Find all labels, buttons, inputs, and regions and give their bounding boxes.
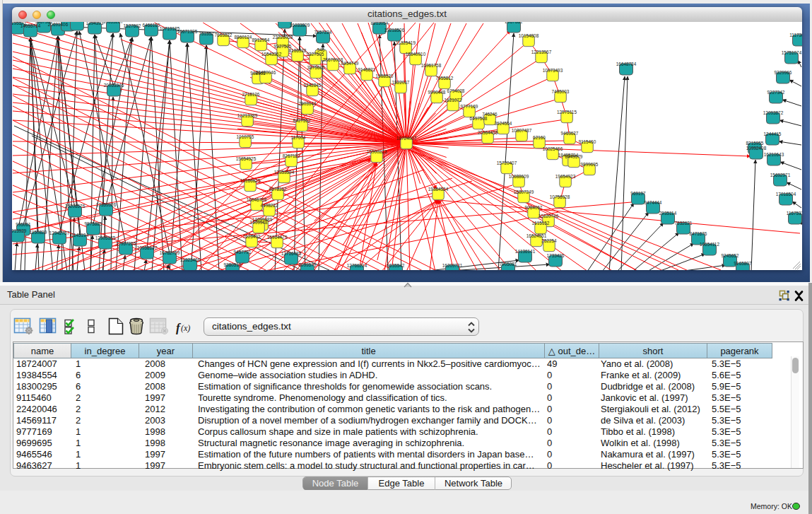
svg-text:1621072: 1621072 bbox=[445, 98, 462, 103]
svg-text:9777169: 9777169 bbox=[461, 104, 478, 109]
svg-text:11325419: 11325419 bbox=[396, 40, 416, 45]
svg-text:8449579: 8449579 bbox=[565, 154, 583, 159]
svg-text:9245652: 9245652 bbox=[722, 253, 739, 258]
svg-text:9899695: 9899695 bbox=[581, 162, 599, 167]
svg-text:20691406: 20691406 bbox=[48, 22, 69, 27]
svg-text:10653267: 10653267 bbox=[103, 22, 124, 24]
svg-text:1394393: 1394393 bbox=[86, 22, 104, 25]
svg-text:10807487: 10807487 bbox=[512, 128, 532, 133]
svg-text:17957255: 17957255 bbox=[116, 241, 136, 246]
svg-text:26206576: 26206576 bbox=[65, 204, 86, 209]
svg-text:11173061: 11173061 bbox=[789, 33, 802, 37]
svg-text:8267110: 8267110 bbox=[283, 153, 300, 158]
svg-text:16543362: 16543362 bbox=[261, 52, 282, 57]
svg-text:10688609: 10688609 bbox=[509, 174, 529, 179]
svg-text:28676068: 28676068 bbox=[323, 57, 343, 62]
svg-text:9380519: 9380519 bbox=[224, 262, 242, 267]
svg-text:7625402: 7625402 bbox=[243, 234, 261, 239]
svg-text:12213389: 12213389 bbox=[237, 113, 258, 118]
svg-text:16671385: 16671385 bbox=[177, 29, 198, 34]
svg-text:9146821: 9146821 bbox=[358, 67, 376, 72]
svg-text:62160: 62160 bbox=[533, 135, 546, 140]
svg-text:7632621: 7632621 bbox=[675, 221, 693, 226]
svg-text:17359926: 17359926 bbox=[96, 202, 117, 207]
svg-text:12093872: 12093872 bbox=[763, 110, 784, 115]
svg-text:969197: 969197 bbox=[630, 191, 646, 196]
svg-text:1588520: 1588520 bbox=[376, 74, 394, 78]
svg-text:1145194: 1145194 bbox=[71, 233, 89, 238]
svg-text:12923466: 12923466 bbox=[180, 257, 201, 262]
svg-text:13716485: 13716485 bbox=[281, 251, 302, 256]
svg-text:19654925: 19654925 bbox=[236, 156, 257, 161]
svg-text:16524651: 16524651 bbox=[526, 233, 547, 238]
svg-text:1527602: 1527602 bbox=[124, 23, 141, 28]
svg-text:7955812: 7955812 bbox=[436, 76, 454, 81]
svg-text:16782759: 16782759 bbox=[160, 250, 180, 255]
svg-text:8454749: 8454749 bbox=[341, 61, 359, 66]
svg-text:2803144: 2803144 bbox=[299, 101, 317, 106]
svg-text:20053346: 20053346 bbox=[104, 83, 124, 88]
svg-text:12353594: 12353594 bbox=[274, 170, 295, 175]
svg-text:3913929: 3913929 bbox=[12, 228, 27, 233]
svg-text:3875685: 3875685 bbox=[307, 65, 325, 70]
svg-text:19654923: 19654923 bbox=[555, 174, 576, 179]
svg-text:8186328: 8186328 bbox=[289, 48, 307, 53]
svg-text:7857224: 7857224 bbox=[314, 30, 332, 35]
svg-text:6497508: 6497508 bbox=[470, 116, 488, 121]
svg-text:1733426: 1733426 bbox=[547, 253, 565, 258]
svg-text:16914479: 16914479 bbox=[267, 235, 288, 240]
svg-text:12766214: 12766214 bbox=[347, 263, 367, 268]
svg-text:9115460: 9115460 bbox=[579, 139, 596, 144]
svg-text:1237752: 1237752 bbox=[59, 22, 77, 23]
svg-text:19384554: 19384554 bbox=[428, 187, 449, 192]
svg-text:10992408: 10992408 bbox=[746, 146, 767, 151]
svg-text:9165807: 9165807 bbox=[734, 261, 752, 266]
svg-text:9457791: 9457791 bbox=[234, 250, 252, 255]
svg-text:23420046: 23420046 bbox=[256, 70, 276, 75]
svg-text:995061: 995061 bbox=[16, 222, 31, 227]
svg-text:252254: 252254 bbox=[541, 238, 557, 243]
svg-text:8215955: 8215955 bbox=[746, 141, 764, 146]
svg-text:10973493: 10973493 bbox=[543, 68, 563, 73]
svg-text:8099579: 8099579 bbox=[299, 262, 317, 267]
svg-text:746246: 746246 bbox=[482, 112, 498, 117]
svg-text:1409948: 1409948 bbox=[250, 220, 268, 225]
svg-text:10654112: 10654112 bbox=[700, 242, 719, 247]
svg-text:16209731: 16209731 bbox=[442, 263, 463, 268]
svg-text:12213967: 12213967 bbox=[531, 49, 552, 54]
svg-text:7905081: 7905081 bbox=[500, 262, 517, 267]
svg-text:18640910: 18640910 bbox=[406, 52, 426, 57]
svg-text:16210643: 16210643 bbox=[764, 152, 784, 157]
svg-text:9329966: 9329966 bbox=[775, 70, 792, 75]
svg-text:10154808: 10154808 bbox=[519, 33, 539, 38]
svg-text:18724007: 18724007 bbox=[396, 136, 417, 141]
svg-text:117004: 117004 bbox=[291, 135, 306, 140]
svg-text:19218506: 19218506 bbox=[384, 28, 405, 33]
svg-text:9227342: 9227342 bbox=[767, 90, 785, 95]
svg-text:1150829: 1150829 bbox=[30, 230, 47, 235]
svg-text:9474444: 9474444 bbox=[645, 200, 662, 205]
svg-text:8860124: 8860124 bbox=[235, 35, 252, 40]
svg-text:(x): (x) bbox=[181, 323, 190, 333]
svg-text:6794028: 6794028 bbox=[447, 88, 465, 93]
svg-text:9635542: 9635542 bbox=[387, 263, 405, 268]
svg-text:14055714: 14055714 bbox=[20, 23, 41, 28]
svg-text:10958107: 10958107 bbox=[137, 245, 158, 250]
svg-text:17016504: 17016504 bbox=[776, 192, 796, 197]
svg-text:9242845: 9242845 bbox=[304, 83, 322, 88]
svg-text:8678332: 8678332 bbox=[269, 187, 287, 192]
svg-text:16046798: 16046798 bbox=[247, 197, 267, 202]
svg-text:10756928: 10756928 bbox=[550, 194, 570, 199]
svg-text:2087682: 2087682 bbox=[505, 22, 523, 24]
svg-text:16961758: 16961758 bbox=[421, 63, 442, 68]
svg-text:1244415: 1244415 bbox=[764, 132, 782, 136]
svg-text:9990448: 9990448 bbox=[428, 90, 446, 95]
svg-text:2718126: 2718126 bbox=[242, 92, 260, 97]
svg-text:7663822: 7663822 bbox=[215, 33, 233, 37]
svg-text:9463627: 9463627 bbox=[561, 131, 579, 136]
svg-text:12975115: 12975115 bbox=[557, 110, 577, 115]
svg-text:16648784: 16648784 bbox=[616, 62, 637, 66]
svg-text:3624554: 3624554 bbox=[495, 121, 512, 126]
svg-text:16033809: 16033809 bbox=[290, 23, 310, 28]
svg-text:15751074: 15751074 bbox=[782, 50, 802, 55]
